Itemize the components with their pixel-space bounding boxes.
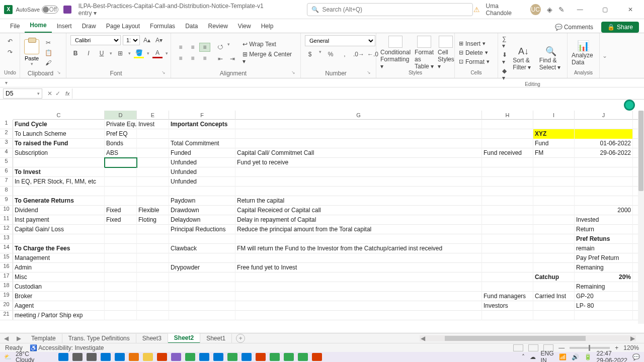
tab-file[interactable]: File (5, 20, 25, 33)
cell-E21[interactable] (137, 311, 169, 320)
cell-C6[interactable]: To Invest (13, 167, 105, 177)
cell-C10[interactable]: Dividend (13, 206, 105, 215)
taskbar-app-8[interactable] (199, 353, 209, 361)
cell-I4[interactable]: FM (533, 148, 575, 158)
cell-D5[interactable] (105, 158, 137, 167)
cell-H11[interactable] (482, 215, 533, 225)
cell-C20[interactable]: Aagent (13, 301, 105, 311)
analyze-data-icon[interactable]: 📊 (577, 40, 590, 52)
cell-E16[interactable] (137, 263, 169, 273)
cell-F2[interactable] (169, 129, 235, 139)
cell-H3[interactable] (482, 139, 533, 148)
cell-I12[interactable] (533, 225, 575, 234)
decrease-indent-icon[interactable]: ⇤ (215, 54, 225, 64)
cell-H18[interactable] (482, 282, 533, 292)
cell-D19[interactable] (105, 292, 137, 301)
cell-H10[interactable] (482, 206, 533, 215)
row-header-2[interactable]: 2 (0, 129, 13, 138)
sheet-tab-sheet2[interactable]: Sheet2 (168, 333, 200, 343)
row-header-14[interactable]: 14 (0, 244, 13, 253)
cell-H13[interactable] (482, 234, 533, 244)
cell-J12[interactable]: Return (575, 225, 633, 234)
bold-button[interactable]: B (70, 48, 80, 58)
cell-G15[interactable] (235, 253, 482, 263)
cell-E18[interactable] (137, 282, 169, 292)
tray-clock[interactable]: 22:4729-06-2022 (597, 350, 627, 362)
taskbar-app-16[interactable] (312, 353, 322, 361)
fx-icon[interactable]: fx (65, 90, 70, 97)
weather-icon[interactable]: ⛅ (4, 353, 12, 360)
cell-H20[interactable]: Investors (482, 301, 533, 311)
cell-D11[interactable]: Fixed (105, 215, 137, 225)
task-view-icon[interactable] (87, 353, 97, 361)
cell-D13[interactable] (105, 234, 137, 244)
cell-G16[interactable]: Free fund yet to Invest (235, 263, 482, 273)
cut-icon[interactable]: ✂ (44, 39, 52, 47)
cell-F7[interactable]: Unfunded (169, 177, 235, 187)
cell-F10[interactable]: Drawdown (169, 206, 235, 215)
clear-icon[interactable]: ◆ ▾ (502, 67, 508, 81)
cell-G3[interactable] (235, 139, 482, 148)
cell-H15[interactable] (482, 253, 533, 263)
cell-E17[interactable] (137, 273, 169, 282)
enter-formula-icon[interactable]: ✓ (55, 90, 60, 97)
horizontal-scrollbar[interactable]: ◀ ▶ (420, 335, 636, 341)
cell-J1[interactable] (575, 120, 633, 129)
cell-J20[interactable]: LP- 80 (575, 301, 633, 311)
zoom-slider[interactable] (570, 347, 610, 349)
cell-D4[interactable]: ABS (105, 148, 137, 158)
cell-G2[interactable] (235, 129, 482, 139)
cell-C3[interactable]: To raised the Fund (13, 139, 105, 148)
cancel-formula-icon[interactable]: ✕ (47, 90, 52, 97)
cell-E10[interactable]: Flexible (137, 206, 169, 215)
font-name-select[interactable]: Calibri (70, 35, 121, 45)
cell-J9[interactable] (575, 196, 633, 206)
increase-decimal-icon[interactable]: .0→ (354, 49, 364, 59)
row-header-1[interactable]: 1 (0, 120, 13, 129)
cell-D9[interactable] (105, 196, 137, 206)
col-header-E[interactable]: E (137, 111, 169, 120)
cell-G8[interactable] (235, 187, 482, 196)
row-header-12[interactable]: 12 (0, 225, 13, 234)
cell-G5[interactable]: Fund yet to receive (235, 158, 482, 167)
sheet-nav-prev-icon[interactable]: ◀ (0, 335, 13, 342)
cell-F9[interactable]: Paydown (169, 196, 235, 206)
underline-button[interactable]: U (97, 48, 107, 58)
cell-E20[interactable] (137, 301, 169, 311)
cell-E4[interactable] (137, 148, 169, 158)
cell-J14[interactable]: remain (575, 244, 633, 253)
document-title[interactable]: ILPA-Best-Practices-Capital-Call-and-Dis… (78, 3, 277, 17)
minimize-button[interactable]: — (571, 3, 590, 17)
taskbar-app-13[interactable] (270, 353, 280, 361)
save-icon[interactable] (63, 6, 71, 14)
format-painter-icon[interactable]: 🖌 (44, 59, 52, 67)
sort-filter-icon[interactable]: A↓ (518, 46, 529, 57)
cell-I18[interactable] (533, 282, 575, 292)
cell-D16[interactable] (105, 263, 137, 273)
tray-battery-icon[interactable]: 🔋 (584, 353, 592, 360)
cell-E12[interactable] (137, 225, 169, 234)
cell-J18[interactable]: Remaining (575, 282, 633, 292)
cell-I20[interactable] (533, 301, 575, 311)
vertical-scrollbar[interactable] (638, 111, 644, 324)
cell-H6[interactable] (482, 167, 533, 177)
weather-widget[interactable]: 28°CCloudy (16, 351, 34, 362)
fill-icon[interactable]: ⬇ ▾ (502, 51, 508, 65)
col-header-G[interactable]: G (235, 111, 482, 120)
cell-I3[interactable]: Fund (533, 139, 575, 148)
cell-D2[interactable]: Pref EQ (105, 129, 137, 139)
autosum-icon[interactable]: ∑ ▾ (502, 35, 508, 49)
user-name[interactable]: Uma Chandole (486, 3, 524, 17)
cell-G21[interactable] (235, 311, 482, 320)
row-header-6[interactable]: 6 (0, 167, 13, 176)
cell-E7[interactable] (137, 177, 169, 187)
taskbar-app-14[interactable] (284, 353, 294, 361)
cell-F1[interactable]: Important Concepts (169, 120, 235, 129)
cell-G10[interactable]: Capital Receiced or Capital call (235, 206, 482, 215)
increase-indent-icon[interactable]: ⇥ (227, 54, 237, 64)
increase-font-icon[interactable]: A▴ (142, 35, 152, 45)
cell-D7[interactable] (105, 177, 137, 187)
cell-F13[interactable] (169, 234, 235, 244)
accessibility-status[interactable]: ♿ Accessibility: Investigate (30, 344, 104, 351)
cell-J21[interactable] (575, 311, 633, 320)
